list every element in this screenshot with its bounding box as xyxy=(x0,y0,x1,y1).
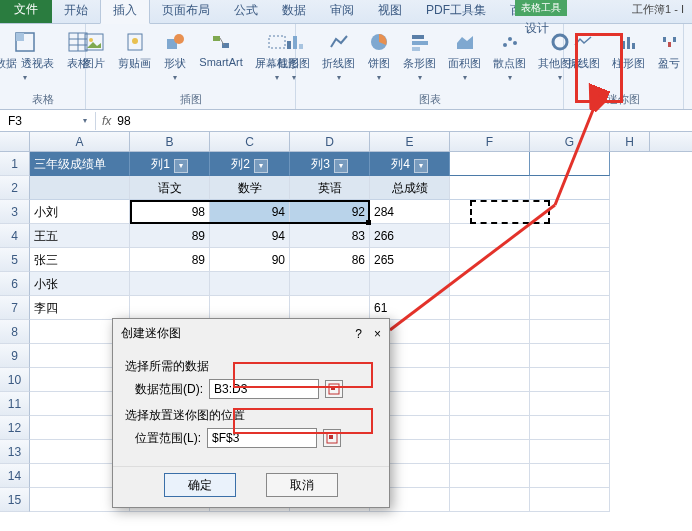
cell[interactable] xyxy=(530,488,610,512)
tab-design[interactable]: 设计 xyxy=(515,16,567,41)
cell[interactable] xyxy=(530,416,610,440)
row-header[interactable]: 12 xyxy=(0,416,30,440)
cell[interactable] xyxy=(450,176,530,200)
column-chart-button[interactable]: 柱形图▾ xyxy=(273,28,314,84)
cell[interactable] xyxy=(530,320,610,344)
tab-home[interactable]: 开始 xyxy=(52,0,100,23)
cell[interactable] xyxy=(530,224,610,248)
tab-layout[interactable]: 页面布局 xyxy=(150,0,222,23)
cell[interactable] xyxy=(130,296,210,320)
tab-review[interactable]: 审阅 xyxy=(318,0,366,23)
row-header[interactable]: 5 xyxy=(0,248,30,272)
smartart-button[interactable]: SmartArt xyxy=(195,28,246,70)
pie-chart-button[interactable]: 饼图▾ xyxy=(363,28,395,84)
cell[interactable] xyxy=(530,272,610,296)
cell[interactable] xyxy=(210,272,290,296)
cell[interactable]: 61 xyxy=(370,296,450,320)
cell[interactable] xyxy=(530,176,610,200)
cell[interactable] xyxy=(370,272,450,296)
sparkline-column-button[interactable]: 柱形图 xyxy=(608,28,649,73)
tab-insert[interactable]: 插入 xyxy=(100,0,150,24)
col-header[interactable]: F xyxy=(450,132,530,151)
cell[interactable]: 总成绩 xyxy=(370,176,450,200)
filter-arrow-icon[interactable]: ▾ xyxy=(414,159,428,173)
col-header[interactable]: E xyxy=(370,132,450,151)
cell[interactable] xyxy=(450,392,530,416)
cell[interactable] xyxy=(210,296,290,320)
line-chart-button[interactable]: 折线图▾ xyxy=(318,28,359,84)
cell[interactable] xyxy=(30,176,130,200)
tab-data[interactable]: 数据 xyxy=(270,0,318,23)
col-header[interactable]: D xyxy=(290,132,370,151)
row-header[interactable]: 1 xyxy=(0,152,30,176)
select-all-corner[interactable] xyxy=(0,132,30,151)
cell[interactable]: 89 xyxy=(130,248,210,272)
row-header[interactable]: 15 xyxy=(0,488,30,512)
area-chart-button[interactable]: 面积图▾ xyxy=(444,28,485,84)
cell[interactable] xyxy=(290,296,370,320)
cell[interactable] xyxy=(450,488,530,512)
cell[interactable]: 列2▾ xyxy=(210,152,290,176)
sparkline-winloss-button[interactable]: 盈亏 xyxy=(653,28,685,73)
cell[interactable]: 90 xyxy=(210,248,290,272)
help-button[interactable]: ? xyxy=(355,327,362,341)
cancel-button[interactable]: 取消 xyxy=(266,473,338,497)
cell[interactable] xyxy=(450,464,530,488)
cell[interactable]: 94 xyxy=(210,200,290,224)
row-header[interactable]: 14 xyxy=(0,464,30,488)
cell[interactable]: 语文 xyxy=(130,176,210,200)
close-button[interactable]: × xyxy=(374,327,381,341)
cell[interactable] xyxy=(450,296,530,320)
cell[interactable]: 英语 xyxy=(290,176,370,200)
cell[interactable]: 92 xyxy=(290,200,370,224)
row-header[interactable]: 4 xyxy=(0,224,30,248)
data-range-input[interactable] xyxy=(209,379,319,399)
cell[interactable]: 265 xyxy=(370,248,450,272)
cell[interactable]: 小刘 xyxy=(30,200,130,224)
formula-input[interactable] xyxy=(117,114,686,128)
fx-icon[interactable]: fx xyxy=(102,114,111,128)
cell[interactable]: 列4▾ xyxy=(370,152,450,176)
row-header[interactable]: 3 xyxy=(0,200,30,224)
tab-formula[interactable]: 公式 xyxy=(222,0,270,23)
cell[interactable]: 小张 xyxy=(30,272,130,296)
ok-button[interactable]: 确定 xyxy=(164,473,236,497)
row-header[interactable]: 2 xyxy=(0,176,30,200)
cell[interactable]: 98 xyxy=(130,200,210,224)
cell[interactable]: 三年级成绩单 xyxy=(30,152,130,176)
shapes-button[interactable]: 形状▾ xyxy=(159,28,191,84)
filter-arrow-icon[interactable]: ▾ xyxy=(254,159,268,173)
pivot-table-button[interactable]: 数据 透视表 ▾ xyxy=(0,28,58,84)
col-header[interactable]: H xyxy=(610,132,650,151)
bar-chart-button[interactable]: 条形图▾ xyxy=(399,28,440,84)
cell[interactable] xyxy=(530,296,610,320)
sparkline-line-button[interactable]: 折线图 xyxy=(563,28,604,73)
cell[interactable]: 张三 xyxy=(30,248,130,272)
tab-pdf[interactable]: PDF工具集 xyxy=(414,0,498,23)
row-header[interactable]: 9 xyxy=(0,344,30,368)
cell[interactable] xyxy=(450,416,530,440)
row-header[interactable]: 11 xyxy=(0,392,30,416)
cell[interactable] xyxy=(530,248,610,272)
cell[interactable]: 284 xyxy=(370,200,450,224)
col-header[interactable]: B xyxy=(130,132,210,151)
row-header[interactable]: 13 xyxy=(0,440,30,464)
range-selector-button[interactable] xyxy=(323,429,341,447)
cell[interactable] xyxy=(290,272,370,296)
cell[interactable] xyxy=(530,368,610,392)
name-box[interactable]: F3▾ xyxy=(0,112,96,130)
range-selector-button[interactable] xyxy=(325,380,343,398)
cell[interactable] xyxy=(530,200,610,224)
cell[interactable] xyxy=(450,440,530,464)
tab-file[interactable]: 文件 xyxy=(0,0,52,23)
cell[interactable] xyxy=(450,152,530,176)
cell[interactable]: 83 xyxy=(290,224,370,248)
cell[interactable] xyxy=(450,344,530,368)
cell[interactable]: 王五 xyxy=(30,224,130,248)
cell[interactable]: 266 xyxy=(370,224,450,248)
cell[interactable]: 列1▾ xyxy=(130,152,210,176)
location-range-input[interactable] xyxy=(207,428,317,448)
cell[interactable] xyxy=(530,344,610,368)
cell[interactable] xyxy=(450,224,530,248)
cell[interactable]: 89 xyxy=(130,224,210,248)
